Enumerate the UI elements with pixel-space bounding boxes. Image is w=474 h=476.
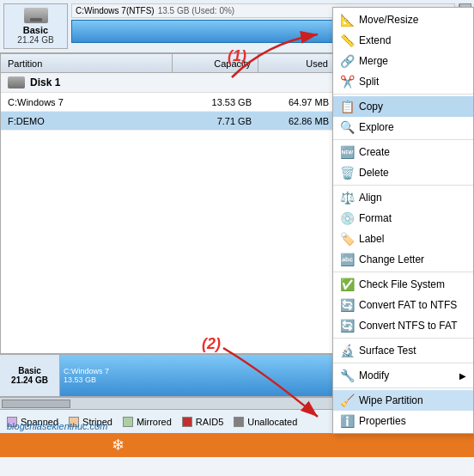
legend-mirrored: Mirrored <box>123 417 172 427</box>
partition-c-size: 13.5 GB (Used: 0%) <box>158 6 234 15</box>
disk-basic-size: 21.24 GB <box>17 35 53 45</box>
row-f-partition: F:DEMO <box>1 114 173 128</box>
menu-copy[interactable]: 📋 Copy <box>333 96 473 117</box>
context-menu: 📐 Move/Resize 📏 Extend 🔗 Merge ✂️ Split … <box>332 7 474 434</box>
partition-table: Partition Capacity Used Disk 1 C:Windows… <box>0 53 337 354</box>
legend-mirrored-box <box>123 417 133 427</box>
menu-fat-to-ntfs[interactable]: 🔄 Convert FAT to NTFS <box>333 295 473 315</box>
col-partition: Partition <box>1 54 173 72</box>
menu-check-fs[interactable]: ✅ Check File System <box>333 274 473 295</box>
ntfs-fat-icon: 🔄 <box>340 319 354 333</box>
disk-basic-label: Basic <box>23 25 48 35</box>
content-area: Partition Capacity Used Disk 1 C:Windows… <box>0 53 474 476</box>
separator-3 <box>333 185 473 186</box>
menu-modify-label: Modify <box>359 369 389 381</box>
menu-create-label: Create <box>359 146 390 158</box>
merge-icon: 🔗 <box>340 54 354 68</box>
hscroll-thumb[interactable] <box>2 400 70 408</box>
menu-explore[interactable]: 🔍 Explore <box>333 117 473 137</box>
row-f-used: 62.86 MB <box>258 114 336 128</box>
legend-unallocated-label: Unallocated <box>247 417 297 427</box>
row-f-capacity: 7.71 GB <box>173 114 258 128</box>
disk-vis-label: Basic <box>18 366 41 375</box>
disk-group-header: Disk 1 <box>1 73 336 93</box>
menu-surface-test[interactable]: 🔬 Surface Test <box>333 340 473 361</box>
menu-align-label: Align <box>359 192 382 204</box>
main-window: Basic 21.24 GB C:Windows 7(NTFS) 13.5 GB… <box>0 0 474 476</box>
menu-merge[interactable]: 🔗 Merge <box>333 51 473 71</box>
create-icon: 🆕 <box>340 145 354 159</box>
snowflake-icon: ❄ <box>112 436 125 455</box>
vis-c-name: C:Windows 7 <box>64 367 109 375</box>
legend-mirrored-label: Mirrored <box>137 417 172 427</box>
menu-check-fs-label: Check File System <box>359 278 445 290</box>
menu-wipe-partition[interactable]: 🧹 Wipe Partition <box>333 390 473 411</box>
row-c-partition: C:Windows 7 <box>1 95 173 109</box>
menu-format-label: Format <box>359 212 392 224</box>
table-row[interactable]: C:Windows 7 13.53 GB 64.97 MB <box>1 93 336 112</box>
separator-6 <box>333 363 473 363</box>
menu-change-letter-label: Change Letter <box>359 253 424 265</box>
check-fs-icon: ✅ <box>340 278 354 291</box>
properties-icon: ℹ️ <box>340 414 354 428</box>
partition-c-label: C:Windows 7(NTFS) <box>76 6 155 15</box>
menu-properties-label: Properties <box>359 415 406 427</box>
menu-align[interactable]: ⚖️ Align <box>333 187 473 208</box>
menu-surface-test-label: Surface Test <box>359 345 416 357</box>
menu-wipe-label: Wipe Partition <box>359 394 423 406</box>
menu-copy-label: Copy <box>359 101 383 113</box>
menu-extend-label: Extend <box>359 34 391 46</box>
menu-split-label: Split <box>359 76 379 88</box>
move-resize-icon: 📐 <box>340 13 354 27</box>
menu-delete[interactable]: 🗑️ Delete <box>333 162 473 183</box>
explore-icon: 🔍 <box>340 120 354 134</box>
format-icon: 💿 <box>340 211 354 225</box>
col-used: Used <box>258 54 336 72</box>
menu-properties[interactable]: ℹ️ Properties <box>333 411 473 431</box>
fat-ntfs-icon: 🔄 <box>340 298 354 312</box>
separator-4 <box>333 272 473 272</box>
menu-change-letter[interactable]: 🔤 Change Letter <box>333 249 473 270</box>
menu-split[interactable]: ✂️ Split <box>333 71 473 92</box>
menu-modify-arrow: ▶ <box>459 371 466 381</box>
modify-icon: 🔧 <box>340 369 354 382</box>
table-header: Partition Capacity Used <box>1 54 336 73</box>
menu-label[interactable]: 🏷️ Label <box>333 229 473 249</box>
orange-bar: ❄ <box>0 433 474 457</box>
menu-extend[interactable]: 📏 Extend <box>333 30 473 51</box>
vis-c-size: 13.53 GB <box>64 375 96 384</box>
extend-icon: 📏 <box>340 34 354 47</box>
menu-move-resize[interactable]: 📐 Move/Resize <box>333 9 473 30</box>
separator-2 <box>333 139 473 140</box>
table-row-selected[interactable]: F:DEMO 7.71 GB 62.86 MB <box>1 112 336 131</box>
disk-info-box: Basic 21.24 GB <box>3 3 68 49</box>
align-icon: ⚖️ <box>340 191 354 204</box>
menu-label-label: Label <box>359 233 384 245</box>
menu-modify[interactable]: 🔧 Modify ▶ <box>333 365 473 386</box>
disk-icon <box>24 8 48 23</box>
partition-c-visual[interactable] <box>71 20 350 43</box>
surface-test-icon: 🔬 <box>340 344 354 357</box>
separator-1 <box>333 94 473 95</box>
separator-5 <box>333 338 473 339</box>
menu-create[interactable]: 🆕 Create <box>333 142 473 162</box>
menu-delete-label: Delete <box>359 167 389 179</box>
label-icon: 🏷️ <box>340 232 354 246</box>
disk-small-icon <box>8 76 25 88</box>
col-capacity: Capacity <box>173 54 258 72</box>
menu-ntfs-to-fat[interactable]: 🔄 Convert NTFS to FAT <box>333 315 473 336</box>
menu-fat-to-ntfs-label: Convert FAT to NTFS <box>359 299 457 311</box>
row-c-used: 64.97 MB <box>258 95 336 109</box>
row-c-capacity: 13.53 GB <box>173 95 258 109</box>
wipe-icon: 🧹 <box>340 394 354 407</box>
change-letter-icon: 🔤 <box>340 253 354 266</box>
menu-move-resize-label: Move/Resize <box>359 14 418 26</box>
legend-unallocated-box <box>234 417 244 427</box>
disk-vis-size: 21.24 GB <box>11 375 48 385</box>
menu-format[interactable]: 💿 Format <box>333 208 473 229</box>
menu-ntfs-to-fat-label: Convert NTFS to FAT <box>359 320 457 332</box>
legend-raid5-box <box>182 417 192 427</box>
legend-raid5: RAID5 <box>182 417 223 427</box>
disk1-label: Disk 1 <box>30 76 60 88</box>
separator-7 <box>333 388 473 388</box>
